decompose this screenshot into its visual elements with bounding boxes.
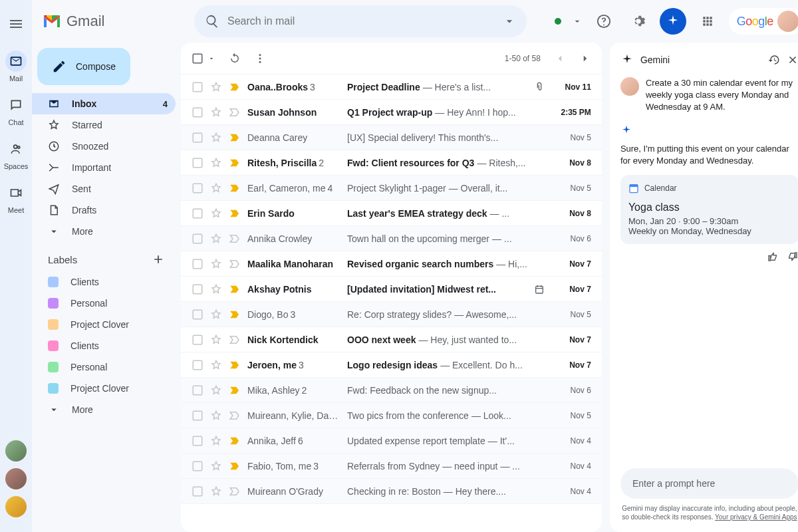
- row-checkbox[interactable]: [192, 132, 203, 144]
- email-row[interactable]: Akshay Potnis [Updated invitation] Midwe…: [181, 277, 602, 302]
- row-checkbox[interactable]: [192, 81, 203, 93]
- search-options-icon[interactable]: [503, 15, 516, 28]
- email-row[interactable]: Erin Sardo Last year's EMEA strategy dec…: [181, 201, 602, 226]
- compose-button[interactable]: Compose: [37, 48, 130, 85]
- email-row[interactable]: Jeroen, me3 Logo redesign ideas — Excell…: [181, 352, 602, 378]
- more-button[interactable]: [254, 53, 266, 65]
- thumbs-up-button[interactable]: [767, 251, 779, 263]
- nav-important[interactable]: Important: [32, 157, 176, 178]
- row-checkbox[interactable]: [192, 309, 203, 321]
- row-important[interactable]: [229, 485, 241, 497]
- email-row[interactable]: Muireann O'Grady Checking in re: Boston …: [181, 479, 602, 504]
- nav-sent[interactable]: Sent: [32, 178, 176, 200]
- email-row[interactable]: Deanna Carey [UX] Special delivery! This…: [181, 125, 602, 150]
- gemini-history-button[interactable]: [768, 54, 780, 66]
- row-star[interactable]: [210, 485, 222, 497]
- apps-button[interactable]: [694, 8, 721, 35]
- row-star[interactable]: [210, 233, 222, 245]
- gemini-privacy-link[interactable]: Your privacy & Gemini Apps: [715, 513, 797, 521]
- row-important[interactable]: [229, 435, 241, 447]
- select-dropdown-icon[interactable]: [207, 55, 215, 63]
- main-menu-button[interactable]: [0, 8, 32, 40]
- label-item[interactable]: Project Clover: [32, 378, 176, 399]
- email-row[interactable]: Mika, Ashley2 Fwd: Feedback on the new s…: [181, 378, 602, 403]
- email-row[interactable]: Muireann, Kylie, David Two pics from the…: [181, 403, 602, 428]
- nav-inbox[interactable]: Inbox4: [32, 93, 176, 114]
- row-important[interactable]: [229, 410, 241, 422]
- search-input[interactable]: [227, 15, 495, 27]
- rail-avatar-1[interactable]: [5, 440, 27, 462]
- label-item[interactable]: Personal: [32, 293, 176, 314]
- row-important[interactable]: [229, 132, 241, 144]
- gemini-close-button[interactable]: [787, 54, 798, 66]
- thumbs-down-button[interactable]: [787, 251, 798, 263]
- row-important[interactable]: [229, 283, 241, 295]
- row-star[interactable]: [210, 258, 222, 270]
- rail-chat[interactable]: Chat: [5, 94, 27, 126]
- email-row[interactable]: Diogo, Bo3 Re: Corp strategy slides? — A…: [181, 302, 602, 327]
- prev-page-button[interactable]: [554, 53, 566, 65]
- refresh-button[interactable]: [229, 53, 241, 65]
- rail-mail[interactable]: Mail: [5, 51, 27, 82]
- email-row[interactable]: Fabio, Tom, me3 Referrals from Sydney — …: [181, 454, 602, 479]
- email-row[interactable]: Maalika Manoharan Revised organic search…: [181, 251, 602, 277]
- email-row[interactable]: Earl, Cameron, me4 Project Skylight 1-pa…: [181, 176, 602, 201]
- gemini-calendar-card[interactable]: Calendar Yoga class Mon, Jan 20 · 9:00 –…: [620, 175, 798, 244]
- row-important[interactable]: [229, 460, 241, 472]
- add-label-button[interactable]: [152, 253, 165, 266]
- row-checkbox[interactable]: [192, 182, 203, 194]
- label-item[interactable]: Personal: [32, 356, 176, 378]
- row-star[interactable]: [210, 157, 222, 169]
- row-star[interactable]: [210, 132, 222, 144]
- label-item[interactable]: Clients: [32, 335, 176, 356]
- rail-spaces[interactable]: Spaces: [4, 138, 29, 170]
- nav-more[interactable]: More: [32, 221, 176, 242]
- label-item[interactable]: Clients: [32, 271, 176, 293]
- rail-meet[interactable]: Meet: [5, 182, 27, 214]
- nav-snoozed[interactable]: Snoozed: [32, 136, 176, 157]
- label-item[interactable]: More: [32, 399, 176, 420]
- gemini-button[interactable]: [660, 8, 686, 35]
- row-important[interactable]: [229, 207, 241, 219]
- next-page-button[interactable]: [579, 53, 591, 65]
- help-button[interactable]: [591, 8, 617, 35]
- row-checkbox[interactable]: [192, 258, 203, 270]
- settings-button[interactable]: [625, 8, 652, 35]
- row-checkbox[interactable]: [192, 207, 203, 219]
- row-checkbox[interactable]: [192, 334, 203, 346]
- row-important[interactable]: [229, 258, 241, 270]
- row-important[interactable]: [229, 309, 241, 321]
- gmail-logo[interactable]: Gmail: [43, 13, 189, 30]
- row-star[interactable]: [210, 435, 222, 447]
- email-row[interactable]: Annika, Jeff6 Updated expense report tem…: [181, 428, 602, 454]
- row-star[interactable]: [210, 334, 222, 346]
- email-row[interactable]: Oana..Brooks3 Project Deadline — Here's …: [181, 74, 602, 100]
- row-important[interactable]: [229, 106, 241, 118]
- row-checkbox[interactable]: [192, 410, 203, 422]
- email-row[interactable]: Susan Johnson Q1 Project wrap-up — Hey A…: [181, 100, 602, 125]
- row-star[interactable]: [210, 384, 222, 396]
- status-chevron-icon[interactable]: [572, 16, 583, 27]
- search-bar[interactable]: [194, 5, 527, 37]
- row-important[interactable]: [229, 81, 241, 93]
- account-pill[interactable]: Google: [729, 8, 798, 35]
- row-star[interactable]: [210, 207, 222, 219]
- row-important[interactable]: [229, 182, 241, 194]
- row-checkbox[interactable]: [192, 283, 203, 295]
- rail-avatar-2[interactable]: [5, 468, 27, 489]
- row-star[interactable]: [210, 81, 222, 93]
- row-checkbox[interactable]: [192, 157, 203, 169]
- row-star[interactable]: [210, 182, 222, 194]
- nav-starred[interactable]: Starred: [32, 114, 176, 136]
- row-star[interactable]: [210, 359, 222, 371]
- row-important[interactable]: [229, 384, 241, 396]
- row-checkbox[interactable]: [192, 359, 203, 371]
- row-star[interactable]: [210, 410, 222, 422]
- row-important[interactable]: [229, 233, 241, 245]
- row-checkbox[interactable]: [192, 435, 203, 447]
- row-important[interactable]: [229, 334, 241, 346]
- row-star[interactable]: [210, 283, 222, 295]
- row-important[interactable]: [229, 359, 241, 371]
- row-checkbox[interactable]: [192, 106, 203, 118]
- row-checkbox[interactable]: [192, 384, 203, 396]
